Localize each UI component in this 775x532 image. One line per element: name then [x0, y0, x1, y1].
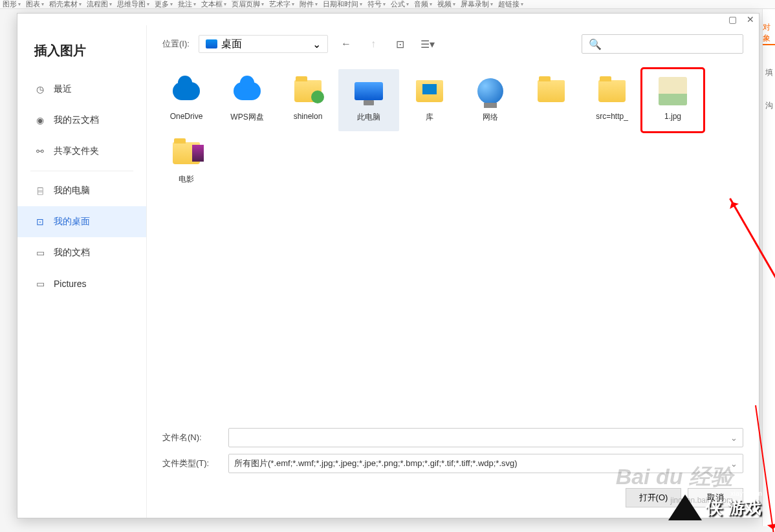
sidebar-item-label: Pictures — [54, 279, 87, 289]
sidebar-item-cloud[interactable]: ◉我的云文档 — [17, 105, 146, 136]
file-item[interactable] — [521, 69, 582, 131]
lib-icon — [416, 80, 443, 102]
new-folder-button[interactable]: ⊡ — [391, 35, 409, 53]
ribbon-background: 图形 ▾图表 ▾稻壳素材 ▾流程图 ▾思维导图 ▾更多 ▾批注 ▾文本框 ▾页眉… — [0, 0, 775, 9]
img-icon — [659, 77, 687, 105]
ribbon-item[interactable]: 公式 ▾ — [391, 0, 409, 9]
globe-icon — [477, 78, 503, 104]
ribbon-item[interactable]: 流程图 ▾ — [87, 0, 112, 9]
file-type-value: 所有图片(*.emf;*.wmf;*.jpg;*.jpeg;*.jpe;*.pn… — [234, 458, 518, 469]
sidebar-item-recent[interactable]: ◷最近 — [17, 74, 146, 105]
sidebar-item-docs[interactable]: ▭我的文档 — [17, 237, 146, 268]
ribbon-item[interactable]: 艺术字 ▾ — [269, 0, 294, 9]
ribbon-item[interactable]: 日期和时间 ▾ — [323, 0, 362, 9]
sidebar-item-label: 我的桌面 — [54, 216, 90, 228]
close-button[interactable]: ✕ — [746, 15, 755, 24]
file-item[interactable]: 1.jpg — [642, 69, 703, 131]
chevron-down-icon: ⌄ — [312, 38, 321, 50]
file-label: shinelon — [281, 112, 335, 121]
file-label: 电影 — [159, 174, 213, 185]
up-button[interactable]: ↑ — [364, 35, 382, 53]
file-label: OneDrive — [159, 112, 213, 121]
file-item[interactable]: WPS网盘 — [217, 69, 278, 131]
file-grid: OneDriveWPS网盘shinelon此电脑库网络src=http_1.jp… — [147, 63, 759, 421]
file-name-input[interactable]: ⌄ — [228, 428, 743, 447]
ribbon-item[interactable]: 图表 ▾ — [26, 0, 44, 9]
search-box[interactable]: 🔍 — [582, 34, 743, 54]
file-name-label: 文件名(N): — [162, 432, 221, 443]
search-input[interactable] — [602, 39, 736, 49]
corner-text: 侠 游戏 — [706, 496, 761, 519]
file-type-label: 文件类型(T): — [162, 458, 221, 469]
ribbon-item[interactable]: 更多 ▾ — [155, 0, 173, 9]
toolbar: 位置(I): 桌面 ⌄ ← ↑ ⊡ ☰▾ 🔍 — [147, 25, 759, 63]
ribbon-item[interactable]: 稻壳素材 ▾ — [49, 0, 82, 9]
chevron-down-icon: ⌄ — [730, 433, 737, 443]
ribbon-item[interactable]: 视频 ▾ — [437, 0, 455, 9]
dialog-title: 插入图片 — [17, 37, 146, 74]
monitor-icon: ⌸ — [34, 185, 46, 197]
ribbon-item[interactable]: 思维导图 ▾ — [117, 0, 149, 9]
ribbon-item[interactable]: 超链接 ▾ — [498, 0, 523, 9]
pc-icon — [355, 82, 383, 100]
ribbon-item[interactable]: 屏幕录制 ▾ — [461, 0, 493, 9]
titlebar: ▢ ✕ — [17, 14, 759, 25]
clock-icon: ◷ — [34, 83, 46, 95]
location-value: 桌面 — [221, 37, 242, 51]
file-item[interactable]: OneDrive — [156, 69, 217, 131]
search-icon: 🔍 — [589, 38, 602, 50]
cloud2-icon — [234, 82, 261, 100]
strip-item[interactable]: 填 — [765, 67, 773, 78]
desktop-icon — [206, 39, 217, 48]
cloud-icon — [173, 82, 200, 100]
file-item[interactable]: shinelon — [278, 69, 338, 131]
share-icon: ⚯ — [34, 145, 46, 157]
folder-icon: ▭ — [34, 278, 46, 290]
ribbon-item[interactable]: 符号 ▾ — [367, 0, 386, 9]
file-item[interactable]: src=http_ — [582, 69, 642, 131]
file-item[interactable]: 电影 — [156, 131, 217, 193]
sidebar-item-label: 最近 — [54, 83, 72, 95]
sidebar-item-label: 我的文档 — [54, 247, 90, 259]
folder-person-icon — [294, 80, 322, 102]
strip-item[interactable]: 沟 — [765, 100, 773, 111]
sidebar-item-shared[interactable]: ⚯共享文件夹 — [17, 136, 146, 167]
insert-image-dialog: ▢ ✕ 插入图片 ◷最近◉我的云文档⚯共享文件夹⌸我的电脑⊡我的桌面▭我的文档▭… — [17, 13, 759, 518]
ribbon-item[interactable]: 批注 ▾ — [178, 0, 196, 9]
location-label: 位置(I): — [162, 38, 190, 50]
ribbon-item[interactable]: 图形 ▾ — [3, 0, 21, 9]
sidebar: 插入图片 ◷最近◉我的云文档⚯共享文件夹⌸我的电脑⊡我的桌面▭我的文档▭Pict… — [17, 25, 147, 518]
movie-folder-icon — [173, 142, 200, 164]
maximize-button[interactable]: ▢ — [728, 15, 737, 24]
ribbon-item[interactable]: 文本框 ▾ — [201, 0, 226, 9]
folder-icon: ▭ — [34, 247, 46, 259]
file-item[interactable]: 网络 — [460, 69, 521, 131]
file-item[interactable]: 此电脑 — [338, 69, 399, 131]
sidebar-item-pics[interactable]: ▭Pictures — [17, 268, 146, 299]
file-label: WPS网盘 — [220, 112, 274, 123]
main-panel: 位置(I): 桌面 ⌄ ← ↑ ⊡ ☰▾ 🔍 OneDriveWPS网盘shin… — [147, 25, 759, 518]
file-item[interactable]: 库 — [399, 69, 460, 131]
sidebar-item-desk[interactable]: ⊡我的桌面 — [17, 206, 146, 237]
file-label: 网络 — [463, 112, 518, 123]
desktop-icon: ⊡ — [34, 216, 46, 228]
folder-icon — [538, 80, 565, 102]
cloud-icon: ◉ — [34, 114, 46, 126]
corner-small-text: xiayx.com — [730, 489, 762, 497]
ribbon-item[interactable]: 音频 ▾ — [414, 0, 432, 9]
strip-item[interactable]: 对象 — [763, 22, 775, 45]
file-label: 库 — [402, 112, 457, 123]
sidebar-item-pc[interactable]: ⌸我的电脑 — [17, 175, 146, 206]
ribbon-item[interactable]: 页眉页脚 ▾ — [232, 0, 264, 9]
folder-icon — [598, 80, 626, 102]
corner-logo: xiayx.com 侠 游戏 — [660, 488, 770, 527]
file-label: 1.jpg — [646, 112, 700, 121]
file-label: src=http_ — [585, 112, 639, 121]
view-mode-button[interactable]: ☰▾ — [419, 35, 437, 53]
file-label: 此电脑 — [342, 112, 396, 123]
location-dropdown[interactable]: 桌面 ⌄ — [199, 35, 328, 53]
sidebar-item-label: 共享文件夹 — [54, 145, 99, 157]
back-button[interactable]: ← — [337, 35, 355, 53]
ribbon-item[interactable]: 附件 ▾ — [300, 0, 318, 9]
sidebar-item-label: 我的云文档 — [54, 114, 99, 126]
